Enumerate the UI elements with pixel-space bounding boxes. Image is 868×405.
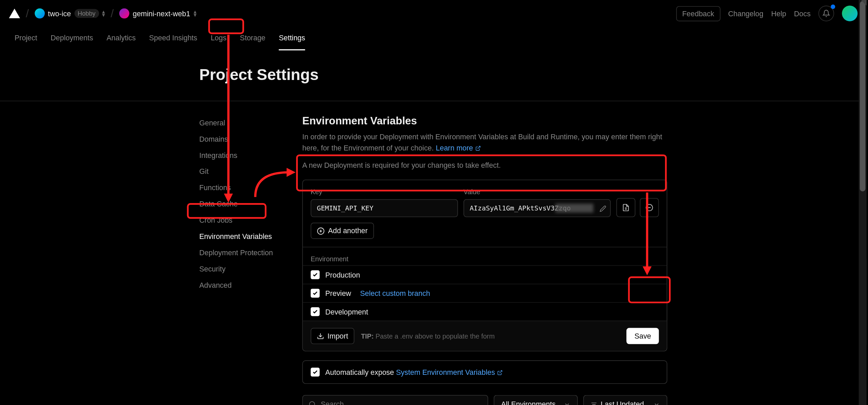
resize-corner-icon: [861, 0, 867, 6]
project-selector[interactable]: gemini-next-web1 ▴▾: [119, 8, 196, 19]
sidebar-item-data-cache[interactable]: Data Cache: [199, 196, 295, 212]
plus-circle-icon: [317, 227, 324, 235]
auto-expose-card: Automatically expose System Environment …: [302, 360, 667, 384]
team-switcher-icon[interactable]: ▴▾: [102, 10, 105, 17]
tab-logs[interactable]: Logs: [205, 30, 232, 45]
development-checkbox[interactable]: [311, 307, 319, 316]
sidebar-item-security[interactable]: Security: [199, 261, 295, 277]
feedback-button[interactable]: Feedback: [676, 6, 721, 21]
sidebar-item-advanced[interactable]: Advanced: [199, 277, 295, 293]
docs-link[interactable]: Docs: [794, 9, 811, 18]
sidebar-item-cron-jobs[interactable]: Cron Jobs: [199, 212, 295, 228]
edit-value-icon[interactable]: [599, 205, 606, 214]
production-checkbox[interactable]: [311, 270, 319, 279]
chevron-down-icon: [564, 401, 571, 405]
project-avatar-icon: [119, 8, 130, 19]
svg-line-0: [477, 146, 480, 148]
envvar-form-card: Key Value: [302, 180, 667, 351]
minus-circle-icon: [646, 204, 653, 211]
tab-deployments[interactable]: Deployments: [45, 30, 99, 45]
page-title: Project Settings: [199, 66, 867, 84]
add-another-button[interactable]: Add another: [311, 223, 374, 239]
team-name: two-ice: [48, 9, 71, 18]
project-switcher-icon[interactable]: ▴▾: [194, 10, 196, 17]
breadcrumb-slash: /: [111, 7, 114, 20]
sidebar-item-domains[interactable]: Domains: [199, 131, 295, 147]
paste-file-button[interactable]: [616, 198, 635, 217]
tab-bar: Project Deployments Analytics Speed Insi…: [0, 27, 867, 49]
plan-badge: Hobby: [74, 9, 99, 18]
download-icon: [317, 332, 324, 340]
production-label: Production: [325, 270, 360, 279]
file-icon: [622, 204, 630, 211]
team-avatar-icon: [35, 8, 45, 19]
env-production-row: Production: [303, 265, 667, 284]
section-heading: Environment Variables: [302, 115, 667, 127]
sidebar-item-general[interactable]: General: [199, 115, 295, 131]
bell-icon: [822, 9, 830, 17]
sort-icon: [591, 401, 597, 405]
external-link-icon: [475, 145, 481, 151]
project-name: gemini-next-web1: [133, 9, 190, 18]
env-development-row: Development: [303, 302, 667, 321]
sidebar-item-functions[interactable]: Functions: [199, 180, 295, 196]
select-custom-branch-link[interactable]: Select custom branch: [360, 289, 430, 298]
scrollbar-thumb[interactable]: [860, 1, 866, 191]
preview-checkbox[interactable]: [311, 289, 319, 298]
tab-settings[interactable]: Settings: [273, 30, 311, 45]
tab-project[interactable]: Project: [9, 30, 43, 45]
search-box[interactable]: [302, 395, 488, 405]
env-preview-row: Preview Select custom branch: [303, 284, 667, 302]
preview-label: Preview: [325, 289, 351, 298]
remove-row-button[interactable]: [640, 198, 659, 217]
external-link-icon: [497, 369, 503, 375]
key-label: Key: [311, 188, 458, 196]
sort-dropdown[interactable]: Last Updated: [583, 395, 667, 405]
top-bar: / two-ice Hobby ▴▾ / gemini-next-web1 ▴▾…: [0, 0, 867, 27]
svg-line-9: [499, 370, 502, 373]
help-link[interactable]: Help: [771, 9, 786, 18]
changelog-link[interactable]: Changelog: [728, 9, 764, 18]
tab-analytics[interactable]: Analytics: [101, 30, 141, 45]
notifications-button[interactable]: [818, 6, 834, 21]
search-icon: [309, 400, 316, 405]
tab-storage[interactable]: Storage: [234, 30, 271, 45]
tip-text: TIP: Paste a .env above to populate the …: [361, 332, 495, 340]
sidebar-item-deployment-protection[interactable]: Deployment Protection: [199, 244, 295, 261]
sidebar-item-integrations[interactable]: Integrations: [199, 147, 295, 163]
save-button[interactable]: Save: [627, 328, 659, 344]
search-input[interactable]: [321, 400, 482, 405]
vertical-scrollbar[interactable]: [859, 0, 867, 405]
auto-expose-checkbox[interactable]: [311, 368, 319, 377]
sidebar-item-git[interactable]: Git: [199, 163, 295, 180]
chevron-down-icon: [653, 401, 660, 405]
learn-more-link[interactable]: Learn more: [436, 143, 480, 152]
development-label: Development: [325, 307, 368, 316]
import-button[interactable]: Import: [311, 328, 354, 344]
settings-sidebar: General Domains Integrations Git Functio…: [199, 115, 295, 405]
user-avatar[interactable]: [842, 6, 857, 21]
auto-expose-label: Automatically expose System Environment …: [325, 368, 502, 377]
deployment-note: A new Deployment is required for your ch…: [302, 161, 667, 169]
environment-section-label: Environment: [303, 247, 667, 265]
value-label: Value: [463, 188, 611, 196]
breadcrumb-slash: /: [26, 7, 29, 20]
page-header: Project Settings: [0, 49, 867, 101]
svg-point-10: [310, 401, 315, 405]
vercel-logo-icon[interactable]: [9, 8, 20, 19]
tab-speed-insights[interactable]: Speed Insights: [143, 30, 203, 45]
environment-filter-dropdown[interactable]: All Environments: [494, 395, 578, 405]
section-description: In order to provide your Deployment with…: [302, 131, 667, 153]
system-env-vars-link[interactable]: System Environment Variables: [396, 368, 502, 377]
key-input[interactable]: [311, 199, 458, 217]
team-selector[interactable]: two-ice Hobby ▴▾: [35, 8, 105, 19]
sidebar-item-environment-variables[interactable]: Environment Variables: [199, 228, 295, 245]
